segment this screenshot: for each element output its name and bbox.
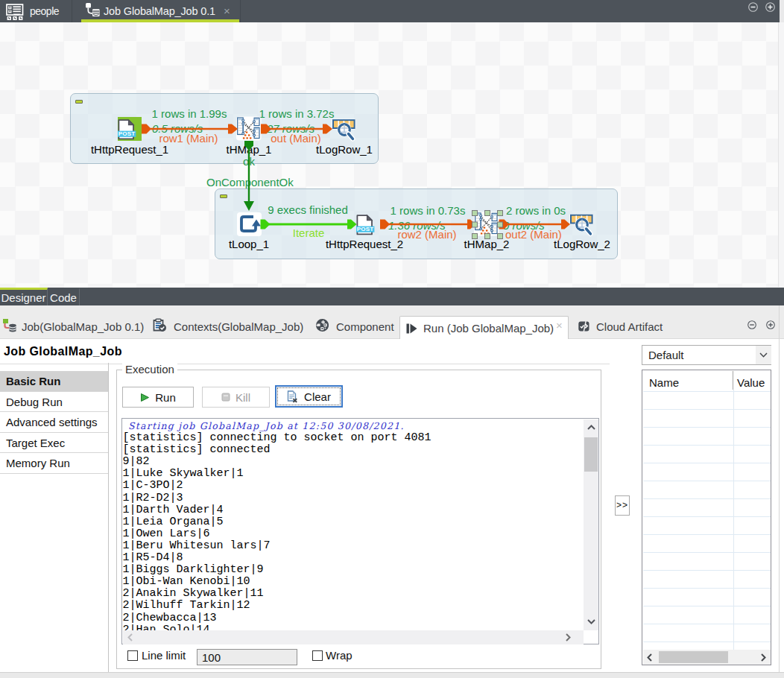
tab-people-label: people — [30, 0, 59, 22]
run-view-panel: Job GlobalMap_Job Basic Run Debug Run Ad… — [0, 339, 784, 672]
scroll-left-icon[interactable] — [127, 633, 133, 641]
scroll-right-icon[interactable] — [566, 633, 571, 641]
sidebar-item-target-exec[interactable]: Target Exec — [0, 433, 108, 454]
kill-button[interactable]: Kill — [202, 387, 270, 408]
title-separator — [0, 364, 610, 364]
table-row — [643, 588, 771, 589]
scroll-up-icon[interactable] — [587, 425, 595, 430]
contexts-icon — [153, 318, 167, 332]
console-line: 1|Obi-Wan Kenobi|10 — [123, 576, 581, 588]
context-variables-table[interactable]: Name Value — [642, 370, 771, 665]
component-tLoop_1[interactable] — [237, 212, 262, 236]
table-row — [643, 498, 771, 499]
console-text: Starting job GlobalMap_Job at 12:50 30/0… — [123, 420, 581, 631]
column-header-value[interactable]: Value — [737, 376, 765, 389]
connection-out[interactable] — [261, 124, 332, 134]
tab-run[interactable]: Run (Job GlobalMap_Job) × — [399, 316, 569, 339]
wrap-label: Wrap — [326, 649, 353, 662]
column-divider-body — [733, 390, 734, 650]
connection-row1[interactable] — [142, 124, 238, 134]
canvas-graphics: POST — [0, 22, 784, 289]
sidebar-item-advanced-settings[interactable]: Advanced settings — [0, 412, 108, 433]
maximize-view-icon[interactable] — [765, 2, 775, 12]
maximize-panel-icon[interactable] — [766, 320, 775, 329]
wrap-checkbox[interactable] — [312, 650, 323, 661]
component-tHttpRequest_2[interactable] — [356, 215, 374, 234]
table-scroll-thumb[interactable] — [659, 651, 728, 663]
table-horizontal-scrollbar[interactable] — [643, 650, 771, 665]
table-row — [643, 445, 771, 446]
chevron-down-icon — [759, 352, 768, 358]
column-header-name[interactable]: Name — [649, 376, 679, 389]
line-limit-checkbox[interactable] — [127, 650, 138, 661]
console-line: 1|Darth Vader|4 — [123, 504, 581, 516]
console-line: [statistics] connected — [123, 444, 581, 456]
component-tHMap_1[interactable] — [236, 117, 262, 141]
context-selector[interactable]: Default — [642, 345, 771, 365]
console-horizontal-scrollbar[interactable] — [123, 630, 584, 644]
component-tHttpRequest_1[interactable] — [118, 117, 142, 141]
tab-people[interactable]: people — [0, 0, 75, 22]
connection-iterate[interactable] — [261, 220, 357, 229]
console-line: 1|C-3PO|2 — [123, 480, 581, 492]
sidebar-item-memory-run[interactable]: Memory Run — [0, 453, 108, 474]
execution-legend: Execution — [122, 364, 177, 376]
console-line: 9|82 — [123, 456, 581, 468]
sidebar-item-basic-run[interactable]: Basic Run — [0, 371, 108, 392]
console-line: 1|Biggs Darklighter|9 — [123, 564, 581, 576]
run-view-icon — [406, 323, 418, 334]
connection-out2[interactable] — [499, 220, 571, 229]
tab-cloud-artifact-label: Cloud Artifact — [596, 310, 663, 343]
scroll-left-icon[interactable] — [647, 653, 652, 662]
connection-row2[interactable] — [380, 220, 475, 229]
status-strip — [0, 672, 784, 678]
topbar-right-gap — [780, 0, 784, 22]
column-divider[interactable] — [733, 371, 733, 390]
console-line: 2|Anakin Skywalker|11 — [123, 588, 581, 600]
run-panel-title: Job GlobalMap_Job — [4, 345, 122, 358]
component-tLogRow_2[interactable] — [569, 214, 593, 234]
clear-button[interactable]: Clear — [275, 385, 343, 408]
scroll-down-icon[interactable] — [587, 619, 595, 624]
tab-designer-label: Designer — [0, 290, 47, 306]
tab-run-close-icon[interactable]: × — [556, 319, 563, 332]
console-start-line: Starting job GlobalMap_Job at 12:50 30/0… — [123, 420, 581, 432]
tab-code[interactable]: Code — [48, 288, 80, 306]
tab-contexts-label: Contexts(GlobalMap_Job) — [174, 310, 303, 343]
context-selector-button[interactable] — [756, 346, 771, 364]
console-output[interactable]: Starting job GlobalMap_Job at 12:50 30/0… — [121, 418, 599, 644]
table-row — [643, 606, 771, 606]
tab-component-label: Component — [336, 310, 394, 343]
context-selector-value: Default — [648, 349, 684, 361]
cloud-artifact-icon — [578, 321, 589, 332]
job-icon — [84, 2, 102, 19]
bottom-panel-tabbar: Job(GlobalMap_Job 0.1) Contexts(GlobalMa… — [0, 305, 784, 339]
tab-designer[interactable]: Designer — [0, 288, 48, 306]
tab-job-close-icon[interactable]: × — [224, 4, 230, 18]
console-vertical-scrollbar[interactable] — [584, 419, 598, 630]
table-row — [643, 624, 771, 624]
play-icon — [140, 393, 150, 402]
tab-job-globalmap[interactable]: Job GlobalMap_Job 0.1 × — [80, 0, 240, 22]
console-line: 1|R5-D4|8 — [123, 552, 581, 564]
minimize-view-icon[interactable] — [748, 2, 758, 12]
table-row — [643, 534, 771, 535]
console-scroll-thumb[interactable] — [584, 437, 598, 472]
line-limit-label: Line limit — [142, 649, 186, 662]
scroll-right-icon[interactable] — [761, 653, 766, 662]
console-line: 1|Leia Organa|5 — [123, 516, 581, 528]
clear-button-label: Clear — [304, 390, 331, 403]
job-design-canvas[interactable]: 1 rows in 1.99s 0.5 rows/s row1 (Main) 1… — [0, 22, 784, 288]
minimize-panel-icon[interactable] — [747, 320, 756, 329]
connection-oncomponentok[interactable] — [244, 141, 254, 211]
sidebar-item-debug-run[interactable]: Debug Run — [0, 392, 108, 413]
console-line: 1|Owen Lars|6 — [123, 528, 581, 540]
tab-job-panel-label: Job(GlobalMap_Job 0.1) — [22, 310, 144, 343]
expand-context-button[interactable]: >> — [615, 495, 630, 516]
component-tLogRow_1[interactable] — [332, 118, 355, 139]
tab-separator — [72, 0, 72, 22]
line-limit-input[interactable] — [197, 649, 297, 665]
console-line: 2|Chewbacca|13 — [123, 612, 581, 624]
run-button[interactable]: Run — [122, 387, 194, 408]
table-row — [643, 641, 771, 642]
